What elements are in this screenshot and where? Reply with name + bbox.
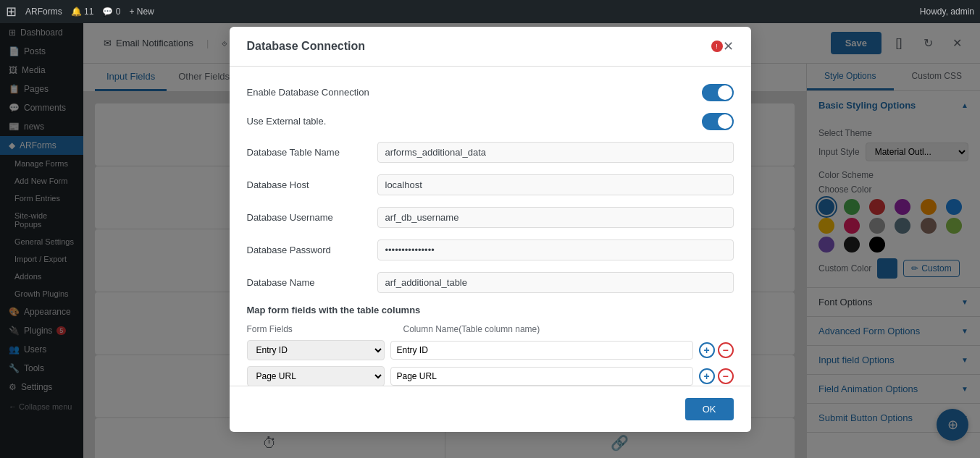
modal-header: Database Connection ! ✕ xyxy=(230,27,751,67)
map-remove-btn-2[interactable]: − xyxy=(718,368,734,384)
db-username-label: Database Username xyxy=(247,212,377,223)
modal-body: Enable Database Connection Use External … xyxy=(230,67,751,386)
database-connection-modal: Database Connection ! ✕ Enable Database … xyxy=(230,27,751,432)
ok-button[interactable]: OK xyxy=(685,398,734,420)
col1-header: Form Fields xyxy=(247,324,392,334)
map-section-title: Map form fields with the table columns xyxy=(247,305,734,315)
db-password-row: Database Password xyxy=(247,239,734,260)
map-remove-btn-1[interactable]: − xyxy=(718,342,734,358)
db-username-row: Database Username xyxy=(247,207,734,228)
external-table-label: Use External table. xyxy=(247,116,327,127)
external-table-toggle[interactable] xyxy=(702,113,734,130)
enable-db-label: Enable Database Connection xyxy=(247,87,369,98)
db-host-row: Database Host xyxy=(247,174,734,195)
wp-logo[interactable]: ⊞ xyxy=(6,4,17,20)
db-username-input[interactable] xyxy=(377,207,734,228)
map-actions-2: + − xyxy=(699,368,734,384)
site-name[interactable]: ARForms xyxy=(25,7,62,17)
db-table-name-input[interactable] xyxy=(377,142,734,163)
db-host-label: Database Host xyxy=(247,179,377,190)
map-field-select-2[interactable]: Page URL xyxy=(247,366,385,386)
db-table-name-row: Database Table Name xyxy=(247,142,734,163)
db-password-label: Database Password xyxy=(247,245,377,255)
map-field-select-1[interactable]: Entry ID xyxy=(247,340,385,360)
db-table-name-label: Database Table Name xyxy=(247,147,377,158)
map-actions-1: + − xyxy=(699,342,734,358)
modal-title: Database Connection xyxy=(247,40,366,53)
map-add-btn-2[interactable]: + xyxy=(699,368,715,384)
enable-db-toggle[interactable] xyxy=(702,84,734,101)
col2-header: Column Name(Table column name) xyxy=(403,324,734,334)
alert-badge[interactable]: ! xyxy=(711,41,723,52)
db-name-row: Database Name xyxy=(247,272,734,293)
map-column-input-1[interactable] xyxy=(390,341,693,360)
db-password-input[interactable] xyxy=(377,239,734,260)
db-name-label: Database Name xyxy=(247,277,377,288)
modal-overlay[interactable]: Database Connection ! ✕ Enable Database … xyxy=(0,0,980,458)
wp-admin-bar: ⊞ ARForms 🔔 11 💬 0 + New Howdy, admin xyxy=(0,0,980,23)
map-row-1: Entry ID + − xyxy=(247,340,734,360)
db-host-input[interactable] xyxy=(377,174,734,195)
notifications[interactable]: 🔔 11 xyxy=(71,7,94,17)
new-content[interactable]: + New xyxy=(129,7,154,17)
howdy-text: Howdy, admin xyxy=(920,7,974,17)
modal-close-button[interactable]: ✕ xyxy=(723,38,734,54)
map-row-2: Page URL + − xyxy=(247,366,734,386)
db-name-input[interactable] xyxy=(377,272,734,293)
map-add-btn-1[interactable]: + xyxy=(699,342,715,358)
modal-footer: OK xyxy=(230,386,751,432)
enable-db-row: Enable Database Connection xyxy=(247,84,734,101)
comments-link[interactable]: 💬 0 xyxy=(102,7,120,17)
external-table-row: Use External table. xyxy=(247,113,734,130)
map-header: Form Fields Column Name(Table column nam… xyxy=(247,324,734,334)
map-column-input-2[interactable] xyxy=(390,367,693,386)
